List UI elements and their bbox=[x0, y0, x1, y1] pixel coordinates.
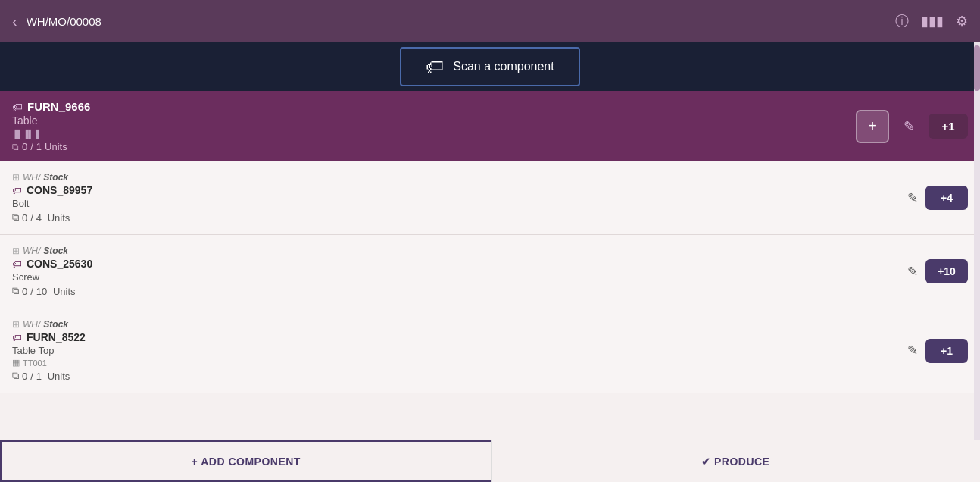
scan-label: Scan a component bbox=[453, 60, 554, 74]
qty-units: Units bbox=[50, 286, 75, 297]
qty-copy-icon: ⧉ bbox=[12, 370, 19, 382]
copy-icon: ⧉ bbox=[12, 142, 19, 152]
comp-tag-icon-1: 🏷 bbox=[12, 258, 22, 270]
stock-label: Stock bbox=[43, 246, 68, 256]
product-qty: ⧉ 0 / 1 Units bbox=[12, 141, 90, 152]
wh-prefix: WH/ bbox=[23, 246, 40, 256]
product-edit-button[interactable]: ✎ bbox=[895, 113, 922, 140]
qty-done: 0 bbox=[22, 212, 27, 224]
product-code: FURN_9666 bbox=[27, 100, 90, 113]
comp-code-0: CONS_89957 bbox=[27, 184, 92, 196]
location-icon: ⊞ bbox=[12, 319, 20, 330]
footer: + ADD COMPONENT ✔ PRODUCE bbox=[0, 440, 980, 482]
lot-icon: ▦ bbox=[12, 358, 20, 368]
comp-name-2: Table Top bbox=[12, 345, 86, 356]
produce-button[interactable]: ✔ PRODUCE bbox=[491, 440, 981, 482]
comp-location-2: ⊞WH/Stock bbox=[12, 319, 86, 330]
qty-done: 0 bbox=[22, 371, 27, 382]
add-component-button[interactable]: + ADD COMPONENT bbox=[0, 440, 491, 482]
location-icon: ⊞ bbox=[12, 246, 20, 256]
product-plus-badge[interactable]: +1 bbox=[929, 114, 968, 139]
comp-plus-badge-2[interactable]: +1 bbox=[925, 339, 968, 363]
comp-tag-icon-2: 🏷 bbox=[12, 332, 22, 343]
product-add-button[interactable]: + bbox=[856, 110, 889, 143]
barcode-icon[interactable]: ▮▮▮ bbox=[921, 13, 944, 30]
qty-total: 1 bbox=[36, 371, 42, 382]
page-title: WH/MO/00008 bbox=[27, 15, 101, 28]
product-qty-value: 0 bbox=[22, 141, 27, 152]
comp-edit-button-0[interactable]: ✎ bbox=[907, 190, 918, 206]
scan-box[interactable]: 🏷 Scan a component bbox=[400, 47, 579, 86]
component-left-2: ⊞WH/Stock🏷FURN_8522Table Top▦TT001⧉0/1 U… bbox=[12, 319, 86, 382]
product-qty-sep: / bbox=[30, 141, 33, 152]
scan-bar: 🏷 Scan a component bbox=[0, 42, 980, 91]
scrollbar-thumb bbox=[974, 45, 980, 91]
comp-name-0: Bolt bbox=[12, 198, 92, 209]
product-name: Table bbox=[12, 114, 90, 127]
product-info: 🏷 FURN_9666 Table ▐▌▐▌▐ ⧉ 0 / 1 Units bbox=[12, 100, 90, 152]
qty-copy-icon: ⧉ bbox=[12, 285, 19, 297]
component-right-1: ✎+10 bbox=[907, 259, 968, 283]
scrollbar-track[interactable] bbox=[974, 42, 980, 440]
product-barcode-icon: ▐▌▐▌▐ bbox=[12, 130, 90, 138]
add-component-label: + ADD COMPONENT bbox=[192, 455, 301, 468]
wh-prefix: WH/ bbox=[23, 319, 40, 330]
comp-tag-row-0: 🏷CONS_89957 bbox=[12, 184, 92, 196]
location-icon: ⊞ bbox=[12, 172, 20, 183]
comp-code-2: FURN_8522 bbox=[27, 331, 86, 343]
header-left: ‹ WH/MO/00008 bbox=[12, 13, 101, 30]
stock-label: Stock bbox=[43, 172, 68, 183]
header-icons: ⓘ ▮▮▮ ⚙ bbox=[895, 12, 968, 30]
comp-tag-row-2: 🏷FURN_8522 bbox=[12, 331, 86, 343]
comp-plus-badge-1[interactable]: +10 bbox=[925, 259, 968, 283]
component-item: ⊞WH/Stock🏷FURN_8522Table Top▦TT001⧉0/1 U… bbox=[0, 308, 980, 393]
comp-qty-2: ⧉0/1 Units bbox=[12, 370, 86, 382]
product-tag-row: 🏷 FURN_9666 bbox=[12, 100, 90, 113]
comp-edit-button-2[interactable]: ✎ bbox=[907, 343, 918, 358]
comp-edit-button-1[interactable]: ✎ bbox=[907, 264, 918, 280]
comp-code-1: CONS_25630 bbox=[27, 258, 92, 270]
wh-prefix: WH/ bbox=[23, 172, 40, 183]
product-header: 🏷 FURN_9666 Table ▐▌▐▌▐ ⧉ 0 / 1 Units + … bbox=[0, 91, 980, 161]
header: ‹ WH/MO/00008 ⓘ ▮▮▮ ⚙ bbox=[0, 0, 980, 42]
comp-name-1: Screw bbox=[12, 271, 92, 283]
comp-location-0: ⊞WH/Stock bbox=[12, 172, 92, 183]
comp-qty-1: ⧉0/10 Units bbox=[12, 285, 92, 297]
component-left-0: ⊞WH/Stock🏷CONS_89957Bolt⧉0/4 Units bbox=[12, 172, 92, 224]
comp-plus-badge-0[interactable]: +4 bbox=[925, 186, 968, 210]
product-tag-icon: 🏷 bbox=[12, 101, 23, 113]
qty-units: Units bbox=[45, 212, 70, 224]
product-qty-total: 1 bbox=[36, 141, 42, 152]
component-item: ⊞WH/Stock🏷CONS_89957Bolt⧉0/4 Units✎+4 bbox=[0, 161, 980, 235]
qty-units: Units bbox=[45, 371, 70, 382]
component-item: ⊞WH/Stock🏷CONS_25630Screw⧉0/10 Units✎+10 bbox=[0, 235, 980, 308]
produce-label: ✔ PRODUCE bbox=[701, 455, 769, 468]
product-header-right: + ✎ +1 bbox=[856, 110, 968, 143]
component-right-0: ✎+4 bbox=[907, 186, 968, 210]
comp-tag-row-1: 🏷CONS_25630 bbox=[12, 258, 92, 270]
qty-total: 4 bbox=[36, 212, 42, 224]
component-left-1: ⊞WH/Stock🏷CONS_25630Screw⧉0/10 Units bbox=[12, 246, 92, 297]
scan-tag-icon: 🏷 bbox=[426, 56, 444, 77]
stock-label: Stock bbox=[43, 319, 68, 330]
component-right-2: ✎+1 bbox=[907, 339, 968, 363]
back-button[interactable]: ‹ bbox=[12, 13, 17, 30]
qty-copy-icon: ⧉ bbox=[12, 211, 19, 224]
settings-icon[interactable]: ⚙ bbox=[956, 13, 968, 30]
qty-done: 0 bbox=[22, 286, 27, 297]
component-list: ⊞WH/Stock🏷CONS_89957Bolt⧉0/4 Units✎+4⊞WH… bbox=[0, 161, 980, 449]
comp-lot-2: ▦TT001 bbox=[12, 358, 86, 368]
plus-icon: + bbox=[868, 117, 877, 135]
qty-total: 10 bbox=[36, 286, 47, 297]
comp-qty-0: ⧉0/4 Units bbox=[12, 211, 92, 224]
comp-tag-icon-0: 🏷 bbox=[12, 185, 22, 196]
info-icon[interactable]: ⓘ bbox=[895, 12, 909, 30]
lot-value: TT001 bbox=[23, 358, 47, 368]
product-qty-units: Units bbox=[45, 141, 67, 152]
comp-location-1: ⊞WH/Stock bbox=[12, 246, 92, 256]
